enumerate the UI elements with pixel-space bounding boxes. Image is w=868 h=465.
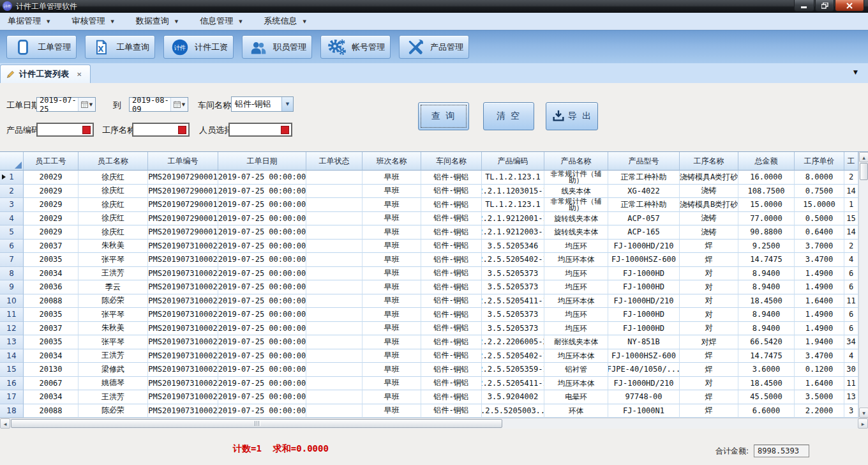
column-header-2[interactable]: 员工名称 — [79, 152, 148, 171]
toolbar-button-6[interactable]: 产品管理 — [399, 35, 469, 59]
scroll-left-icon[interactable]: ◀ — [0, 418, 10, 429]
column-header-8[interactable]: 产品编码 — [482, 152, 544, 171]
menu-item-label: 系统信息 — [264, 15, 297, 27]
column-header-5[interactable]: 工单状态 — [306, 152, 363, 171]
column-header-6[interactable]: 班次名称 — [363, 152, 421, 171]
toolbar-button-4[interactable]: 职员管理 — [242, 35, 312, 59]
minimize-icon[interactable] — [794, 0, 814, 11]
table-row[interactable]: 820034王洪芳PMS2019073100022019-07-25 00:00… — [0, 267, 858, 281]
export-icon — [551, 109, 565, 123]
app-window: 计件 计件工单管理软件 单据管理▼审核管理▼数据查询▼信息管理▼系统信息▼ 工单… — [0, 0, 868, 465]
column-header-10[interactable]: 产品型号 — [608, 152, 680, 171]
cell: 早班 — [363, 225, 421, 240]
query-button[interactable]: 查 询 — [418, 102, 469, 130]
table-row[interactable]: 1220037朱秋美PMS2019073100022019-07-25 00:0… — [0, 322, 858, 336]
column-header-selector[interactable] — [0, 152, 24, 171]
table-row[interactable]: 920036季云PMS2019073100022019-07-25 00:00:… — [0, 280, 858, 294]
table-row[interactable]: 520029徐庆红PMS2019072900012019-07-25 00:00… — [0, 225, 858, 240]
menu-item-5[interactable]: 系统信息▼ — [262, 13, 309, 29]
tab-close-icon[interactable]: ✕ — [77, 71, 82, 78]
column-header-3[interactable]: 工单编号 — [148, 152, 218, 171]
table-row[interactable]: 1320035张平琴PMS2019073100022019-07-25 00:0… — [0, 335, 858, 349]
table-row[interactable]: 220029徐庆红PMS2019072900012019-07-25 00:00… — [0, 185, 858, 199]
horizontal-scroll-thumb[interactable] — [11, 419, 502, 428]
scroll-up-icon[interactable]: ▲ — [859, 152, 868, 162]
cell: 早班 — [363, 185, 421, 199]
column-header-14[interactable]: 工 — [844, 152, 858, 171]
toolbar-button-5[interactable]: 帐号管理 — [320, 35, 391, 59]
toolbar-button-2[interactable]: X工单查询 — [85, 35, 155, 59]
label-workshop: 车间名称 — [198, 100, 231, 111]
table-row[interactable]: 120029徐庆红PMS2019072900012019-07-25 00:00… — [0, 171, 858, 185]
date-from-input[interactable]: 2019-07-25 ▼ — [36, 97, 96, 112]
export-button[interactable]: 导 出 — [546, 102, 598, 130]
cell: 3.5.5205346 — [482, 240, 544, 254]
lookup-red-button[interactable] — [82, 126, 91, 134]
workshop-select[interactable]: 铝件-铜铝 ▼ — [231, 96, 294, 112]
tab-piecework-wage-list[interactable]: 计件工资列表 ✕ — [0, 65, 91, 83]
cell: 焊 — [680, 404, 738, 418]
menu-item-1[interactable]: 单据管理▼ — [5, 13, 52, 29]
cell: 早班 — [363, 349, 421, 363]
person-select-input[interactable] — [228, 123, 292, 137]
table-row[interactable]: 1820088陈必荣PMS2019073100022019-07-25 00:0… — [0, 404, 858, 418]
column-header-11[interactable]: 工序名称 — [680, 152, 738, 171]
calendar-icon[interactable]: ▼ — [78, 98, 95, 111]
piecework-coin-icon: 计件 — [170, 38, 190, 56]
menu-item-4[interactable]: 信息管理▼ — [197, 13, 244, 29]
close-icon[interactable] — [835, 0, 864, 11]
horizontal-scrollbar[interactable]: ◀ ▶ — [0, 418, 868, 429]
table-row[interactable]: 1520130梁修武PMS2019073100022019-07-25 00:0… — [0, 363, 858, 377]
restore-icon[interactable] — [815, 0, 834, 11]
cell: 20034 — [24, 349, 79, 363]
column-header-4[interactable]: 工单日期 — [218, 152, 306, 171]
cell — [306, 185, 363, 199]
cell: 3.5.9204002 — [482, 390, 544, 404]
toolbar-button-3[interactable]: 计件计件工资 — [163, 35, 234, 59]
cell — [306, 280, 363, 294]
cell: 8.0000 — [795, 171, 844, 185]
chevron-down-icon[interactable]: ▼ — [281, 97, 293, 111]
clear-button[interactable]: 清 空 — [483, 102, 534, 130]
cell: 2019-07-25 00:00:00 — [218, 240, 306, 254]
table-row[interactable]: 1120035张平琴PMS2019073100022019-07-25 00:0… — [0, 308, 858, 322]
table-row[interactable]: 1620067姚德琴PMS2019073100022019-07-25 00:0… — [0, 377, 858, 391]
date-to-input[interactable]: 2019-08-09 ▼ — [129, 97, 188, 112]
table-row[interactable]: 720035张平琴PMS2019073100022019-07-25 00:00… — [0, 253, 858, 267]
cell: 铝件-铜铝 — [421, 280, 482, 294]
table-row[interactable]: 420029徐庆红PMS2019072900012019-07-25 00:00… — [0, 212, 858, 226]
product-code-input[interactable] — [36, 123, 94, 137]
column-header-7[interactable]: 车间名称 — [421, 152, 482, 171]
row-number: 10 — [0, 294, 24, 309]
lookup-red-button[interactable] — [178, 126, 186, 134]
table-row[interactable]: 320029徐庆红PMS2019072900012019-07-25 00:00… — [0, 198, 858, 212]
table-row[interactable]: 1020088陈必荣PMS2019073100022019-07-25 00:0… — [0, 294, 858, 309]
vertical-scrollbar[interactable]: ▲ ▼ — [858, 152, 868, 418]
column-header-12[interactable]: 总金额 — [738, 152, 795, 171]
menu-item-2[interactable]: 审核管理▼ — [69, 13, 116, 29]
column-header-9[interactable]: 产品名称 — [544, 152, 608, 171]
column-header-1[interactable]: 员工工号 — [24, 152, 79, 171]
scroll-down-icon[interactable]: ▼ — [859, 408, 868, 418]
menu-item-3[interactable]: 数据查询▼ — [133, 13, 181, 29]
cell: FJ-1000HSZ-600 — [608, 253, 680, 267]
table-row[interactable]: 1420034王洪芳PMS2019073100022019-07-25 00:0… — [0, 349, 858, 363]
scroll-right-icon[interactable]: ▶ — [858, 418, 868, 429]
cell: FJ-1000HD — [608, 322, 680, 336]
process-name-input[interactable] — [132, 123, 190, 137]
cell: 3.6000 — [738, 363, 795, 377]
cell — [306, 240, 363, 254]
cell: 铝件-铜铝 — [421, 212, 482, 226]
table-row[interactable]: 1720034王洪芳PMS2019073100022019-07-25 00:0… — [0, 390, 858, 404]
cell: 正常工种补助 — [608, 198, 680, 212]
column-header-13[interactable]: 工序单价 — [795, 152, 844, 171]
lookup-red-button[interactable] — [281, 126, 289, 134]
select-all-triangle-icon — [15, 162, 22, 169]
toolbar-button-1[interactable]: 工单管理 — [6, 35, 77, 59]
vertical-scroll-thumb[interactable] — [860, 163, 868, 180]
tab-list-dropdown-icon[interactable]: ▼ — [853, 69, 858, 75]
table-row[interactable]: 620037朱秋美PMS2019073100022019-07-25 00:00… — [0, 240, 858, 254]
cell: 3.5.5205373 — [482, 322, 544, 336]
calendar-icon[interactable]: ▼ — [170, 98, 188, 111]
row-number: 8 — [0, 267, 24, 281]
